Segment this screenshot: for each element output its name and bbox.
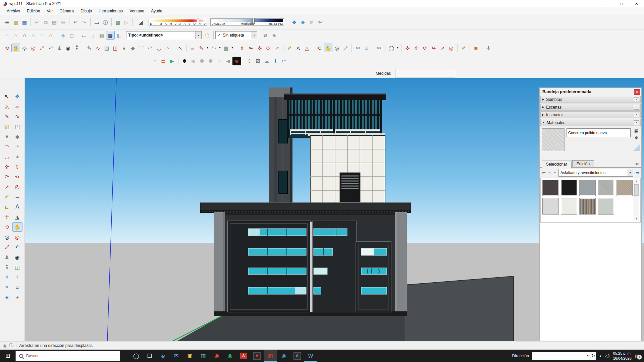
view-top-icon[interactable]: ⌂ xyxy=(11,31,20,40)
hand-select-icon[interactable]: ☞ xyxy=(150,57,159,65)
detail-arrow-icon[interactable]: ➡ xyxy=(635,170,639,175)
arc-icon[interactable]: ⌒ xyxy=(137,44,146,52)
create-material-button[interactable]: ▦ xyxy=(634,128,638,133)
material-swatch[interactable] xyxy=(542,198,559,215)
redo-icon[interactable]: ↷ xyxy=(80,18,89,26)
make-component-icon[interactable]: ❖ xyxy=(12,92,22,101)
layers-icon[interactable]: ≣ xyxy=(12,283,22,292)
look-around-icon[interactable]: ◉ xyxy=(64,44,72,52)
three-point-arc-icon[interactable]: ◡ xyxy=(2,152,12,161)
view-left-icon[interactable]: ⌂ xyxy=(46,31,55,40)
text-tool-icon[interactable]: A xyxy=(12,202,22,212)
rectangle-menu-icon[interactable]: ▧ xyxy=(222,44,230,52)
move-icon[interactable]: ✜ xyxy=(255,44,264,52)
back-arrow-icon[interactable]: ⇦ xyxy=(542,170,546,175)
tray-section-header[interactable]: ▶ Escenas ✕ xyxy=(540,104,641,111)
solid-tools-icon[interactable]: ✄ xyxy=(354,44,362,52)
move-icon[interactable]: ✜ xyxy=(2,162,12,171)
eraser-icon[interactable]: ▰ xyxy=(12,102,22,111)
freehand-icon[interactable]: ∿ xyxy=(12,112,22,121)
extension-manager-icon[interactable]: ❖ xyxy=(299,18,307,26)
pan-icon-2[interactable]: ✋ xyxy=(324,44,332,52)
address-bar[interactable]: ▾ ↻ xyxy=(532,352,596,360)
scrollbar-thumb[interactable] xyxy=(634,184,639,196)
month-slider-handle[interactable] xyxy=(197,18,199,24)
task-view-icon[interactable]: ❏ xyxy=(143,350,156,362)
pan-icon[interactable]: ✋ xyxy=(12,222,22,232)
collapsed-arrow-icon[interactable]: ▶ xyxy=(542,106,544,109)
zoom-extents-icon[interactable]: ⤢ xyxy=(38,44,46,52)
chevron-down-icon[interactable]: ▾ xyxy=(251,32,257,39)
time-slider-handle[interactable] xyxy=(252,18,255,24)
menu-item[interactable]: Ayuda xyxy=(148,8,166,14)
undo-icon[interactable]: ↶ xyxy=(71,18,80,26)
maximize-button[interactable]: □ xyxy=(614,0,629,7)
components-gray-icon[interactable]: ⧈ xyxy=(307,18,316,26)
scale-icon[interactable]: ↗ xyxy=(2,182,12,191)
material-swatch[interactable] xyxy=(598,198,614,215)
push-pull-icon[interactable]: ⇧ xyxy=(12,162,22,171)
polygon-icon[interactable]: ◆ xyxy=(12,132,22,141)
explorer-icon[interactable]: ▣ xyxy=(183,350,197,362)
chevron-down-icon[interactable]: ▾ xyxy=(586,354,590,357)
arc-menu-caret[interactable]: ▾ xyxy=(218,44,222,52)
model-info-icon[interactable]: ⓘ xyxy=(101,18,110,26)
menu-item[interactable]: Ventana xyxy=(126,8,148,14)
new-icon[interactable]: ⊕ xyxy=(3,18,11,26)
freehand-icon[interactable]: ∿ xyxy=(94,44,102,52)
chevron-down-icon[interactable]: ▾ xyxy=(627,169,633,176)
taskbar-search[interactable]: Buscar xyxy=(15,351,120,361)
material-name-input[interactable] xyxy=(567,128,631,137)
zoom-window-icon[interactable]: ◎ xyxy=(29,44,38,52)
model-viewport[interactable]: Bandeja predeterminada ✕ ▶ Sombras ✕ ▶ E… xyxy=(25,78,644,342)
minimize-button[interactable]: – xyxy=(599,0,614,7)
style-wireframe-icon[interactable]: ▭ xyxy=(80,31,89,40)
export-folder-icon[interactable]: ⇪ xyxy=(245,57,254,65)
paste-icon[interactable]: ▤ xyxy=(50,18,59,26)
home-icon[interactable]: ⌂ xyxy=(553,170,556,175)
walk-icon[interactable]: ⁑ xyxy=(2,262,12,272)
pie-icon[interactable]: ◔ xyxy=(163,44,172,52)
menu-item[interactable]: Ver xyxy=(43,8,56,14)
arc-icon[interactable]: ◠ xyxy=(2,142,12,151)
collapsed-arrow-icon[interactable]: ▶ xyxy=(542,98,544,101)
copy-icon[interactable]: ⧉ xyxy=(41,18,50,26)
style-xray-icon[interactable]: ◈ xyxy=(59,31,67,40)
push-pull-icon[interactable]: ⇧ xyxy=(238,44,247,52)
style-hidden-line-icon[interactable]: ▯ xyxy=(89,31,97,40)
dimension-icon[interactable]: ↔ xyxy=(12,192,22,201)
move-icon-2[interactable]: ✜ xyxy=(403,44,412,52)
zoom-icon-2[interactable]: ◎ xyxy=(332,44,341,52)
material-swatch[interactable] xyxy=(616,180,633,196)
component-make-icon[interactable]: ⧉ xyxy=(261,31,270,40)
pan-icon[interactable]: ✋ xyxy=(11,44,20,52)
tab-edit[interactable]: Edición xyxy=(572,160,594,167)
zoom-window-icon[interactable]: ◎ xyxy=(12,232,22,242)
material-swatch[interactable] xyxy=(598,180,614,196)
style-shaded-icon[interactable]: ▦ xyxy=(97,31,106,40)
validate-icon[interactable]: ☑ xyxy=(254,57,262,65)
axes-tool-icon[interactable]: ✛ xyxy=(2,212,12,222)
zoom-extents-icon[interactable]: ⤢ xyxy=(2,242,12,252)
taskbar-clock[interactable]: 05:25 p. m. 16/04/2026 xyxy=(613,351,632,361)
classifier-tag-icon[interactable]: ⬠ xyxy=(203,31,212,40)
shadow-month-slider[interactable]: EFMAMJJASOND xyxy=(149,19,207,26)
tape-measure-icon[interactable]: ✐ xyxy=(2,192,12,201)
add-material-button[interactable]: ❖ xyxy=(634,135,638,140)
warehouse-download-icon[interactable]: ⇓ xyxy=(2,273,12,282)
eraser-icon[interactable]: ▰ xyxy=(188,44,197,52)
collapsed-arrow-icon[interactable]: ▶ xyxy=(542,113,544,116)
account-caret[interactable]: ▾ xyxy=(396,44,399,52)
line-tool-icon[interactable]: ✎ xyxy=(2,112,12,121)
refresh-icon[interactable]: ↻ xyxy=(590,352,596,360)
acrobat-icon[interactable]: A xyxy=(237,350,250,362)
film-camera-icon[interactable]: ⚈ xyxy=(198,57,206,65)
position-camera-icon[interactable]: ♟ xyxy=(55,44,64,52)
cut-icon[interactable]: ✂ xyxy=(33,18,41,26)
material-swatch[interactable] xyxy=(579,180,596,196)
section-plane-icon[interactable]: ◫ xyxy=(12,262,22,272)
tray-close-button[interactable]: ✕ xyxy=(634,89,640,95)
pie-filled-icon[interactable]: ◕ xyxy=(12,152,22,161)
menu-item[interactable]: Dibujo xyxy=(77,8,95,14)
materials-scrollbar[interactable]: ▴ ▾ xyxy=(634,179,639,221)
